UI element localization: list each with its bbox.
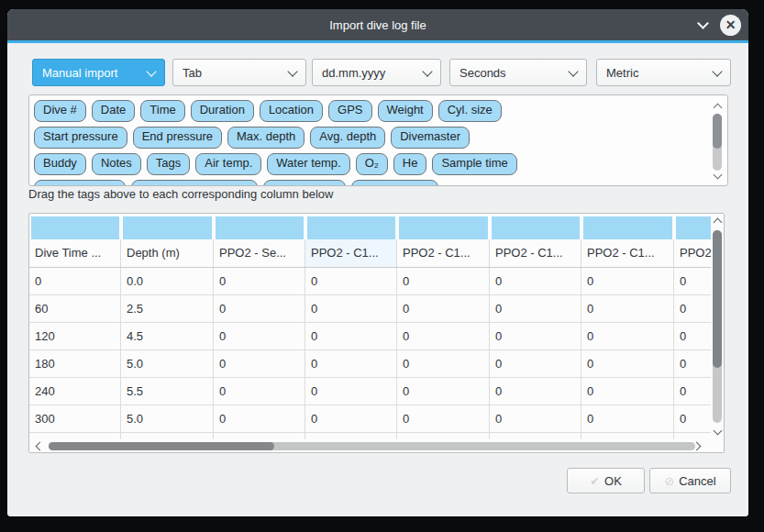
- field-separator-select[interactable]: Tab: [172, 59, 306, 86]
- import-dialog-window: Import dive log file ✕ Manual import Tab…: [7, 9, 748, 516]
- table-cell: 0: [397, 323, 490, 349]
- table-row: 00.0000000: [29, 268, 725, 295]
- tag-max-depth[interactable]: Max. depth: [227, 127, 304, 149]
- units-select[interactable]: Metric: [596, 59, 731, 86]
- table-cell: 0: [581, 378, 674, 405]
- column-header-cell[interactable]: PPO2 - C1...: [305, 239, 397, 267]
- scrollbar-thumb[interactable]: [49, 442, 274, 450]
- table-cell: 0: [305, 405, 397, 432]
- tag-row: Sample depthSample temperatureSample pO₂…: [34, 180, 438, 186]
- table-cell: 0: [305, 268, 397, 294]
- drop-target-cell[interactable]: [307, 216, 395, 239]
- table-cell: 4.5: [121, 323, 214, 349]
- tag-end-pressure[interactable]: End pressure: [133, 127, 222, 149]
- table-cell: 2.5: [121, 295, 214, 322]
- tag-notes[interactable]: Notes: [92, 153, 141, 175]
- tag-sample-time[interactable]: Sample time: [432, 153, 516, 175]
- tag-he[interactable]: He: [393, 153, 427, 175]
- column-header-cell[interactable]: Dive Time ...: [29, 239, 121, 267]
- tag-sample-temperature[interactable]: Sample temperature: [131, 180, 258, 186]
- table-cell: 0: [214, 295, 305, 322]
- table-cell: 0: [397, 268, 490, 294]
- tag-date[interactable]: Date: [92, 100, 135, 122]
- tag-water-temp[interactable]: Water temp.: [267, 153, 349, 175]
- column-header-cell[interactable]: PPO2 - Se...: [214, 239, 305, 267]
- tag-tags[interactable]: Tags: [147, 153, 190, 175]
- mapping-table: Dive Time ...Depth (m)PPO2 - Se...PPO2 -…: [28, 213, 725, 453]
- field-separator-value: Tab: [183, 66, 202, 80]
- drop-target-cell[interactable]: [399, 216, 488, 239]
- scrollbar-thumb[interactable]: [713, 230, 722, 368]
- table-cell: 0: [581, 323, 674, 349]
- table-cell: 120: [29, 323, 121, 349]
- scroll-up-icon[interactable]: [714, 104, 723, 113]
- tag-sample-depth[interactable]: Sample depth: [34, 180, 126, 186]
- drop-target-cell[interactable]: [216, 216, 304, 239]
- chevron-down-icon: [712, 66, 722, 76]
- table-horizontal-scrollbar[interactable]: [29, 439, 724, 452]
- table-cell: 0: [305, 350, 397, 377]
- chevron-down-icon: [287, 66, 297, 76]
- table-vertical-scrollbar[interactable]: [711, 214, 724, 439]
- table-cell: 0: [490, 405, 581, 432]
- tag-divemaster[interactable]: Divemaster: [391, 127, 470, 149]
- ok-button[interactable]: ✔ OK: [567, 468, 645, 493]
- tag-location[interactable]: Location: [260, 100, 323, 122]
- tag-start-pressure[interactable]: Start pressure: [34, 127, 127, 149]
- scroll-down-icon[interactable]: [714, 427, 723, 436]
- scrollbar-thumb[interactable]: [713, 114, 722, 149]
- tag-dive[interactable]: Dive #: [34, 100, 86, 122]
- table-cell: 0: [490, 378, 581, 405]
- table-cell: 0: [581, 405, 674, 432]
- tag-avg-depth[interactable]: Avg. depth: [310, 127, 385, 149]
- tag-air-temp[interactable]: Air temp.: [195, 153, 261, 175]
- chevron-down-icon: [146, 66, 156, 76]
- table-cell: [121, 433, 214, 439]
- date-format-select[interactable]: dd.mm.yyyy: [312, 59, 441, 86]
- tag-duration[interactable]: Duration: [191, 100, 254, 122]
- tag-time[interactable]: Time: [140, 100, 184, 122]
- table-cell: [581, 433, 674, 439]
- drag-hint-label: Drag the tags above to each correspondin…: [28, 187, 333, 201]
- tag-sample-cns[interactable]: Sample CNS: [351, 180, 438, 186]
- table-row: 1805.0000000: [29, 350, 725, 378]
- chevron-down-icon: [568, 66, 578, 76]
- chevron-down-icon: [422, 66, 432, 76]
- scroll-up-icon[interactable]: [714, 218, 723, 227]
- column-header-cell[interactable]: PPO2 - C1...: [490, 239, 581, 267]
- column-header-cell[interactable]: Depth (m): [121, 239, 214, 267]
- table-cell: 0: [490, 350, 581, 377]
- tag-gps[interactable]: GPS: [328, 100, 371, 122]
- close-button[interactable]: ✕: [720, 15, 741, 36]
- table-cell: 0: [214, 323, 305, 349]
- column-header-cell[interactable]: PPO2 - C1...: [397, 239, 490, 267]
- scroll-down-icon[interactable]: [714, 171, 723, 180]
- titlebar[interactable]: Import dive log file ✕: [7, 9, 748, 40]
- scroll-left-icon[interactable]: [36, 442, 45, 451]
- import-type-select[interactable]: Manual import: [32, 59, 165, 86]
- drop-target-cell[interactable]: [123, 216, 212, 239]
- cancel-button[interactable]: ⊘ Cancel: [649, 468, 731, 493]
- column-header-cell[interactable]: PPO2 - C1...: [581, 239, 674, 267]
- table-cell: 60: [29, 295, 121, 322]
- tag-weight[interactable]: Weight: [378, 100, 433, 122]
- tag-o[interactable]: O₂: [356, 153, 388, 175]
- shade-chevron-down-icon[interactable]: [697, 17, 709, 29]
- tag-row: Start pressureEnd pressureMax. depthAvg.…: [34, 127, 470, 149]
- table-cell: 0: [214, 405, 305, 432]
- tag-sample-po[interactable]: Sample pO₂: [263, 180, 346, 186]
- table-cell: 180: [29, 350, 121, 377]
- table-cell: 0: [214, 350, 305, 377]
- tag-pool: Dive #DateTimeDurationLocationGPSWeightC…: [28, 94, 728, 186]
- tag-cyl-size[interactable]: Cyl. size: [438, 100, 502, 122]
- drop-target-cell[interactable]: [31, 216, 119, 239]
- table-row: 1204.5000000: [29, 323, 725, 350]
- table-cell: 0: [490, 323, 581, 349]
- drop-target-cell[interactable]: [583, 216, 672, 239]
- tag-pool-scrollbar[interactable]: [712, 98, 725, 183]
- table-cell: 0: [397, 295, 490, 322]
- table-cell: 0.0: [121, 268, 214, 294]
- duration-format-select[interactable]: Seconds: [449, 59, 587, 86]
- tag-buddy[interactable]: Buddy: [34, 153, 86, 175]
- drop-target-cell[interactable]: [492, 216, 580, 239]
